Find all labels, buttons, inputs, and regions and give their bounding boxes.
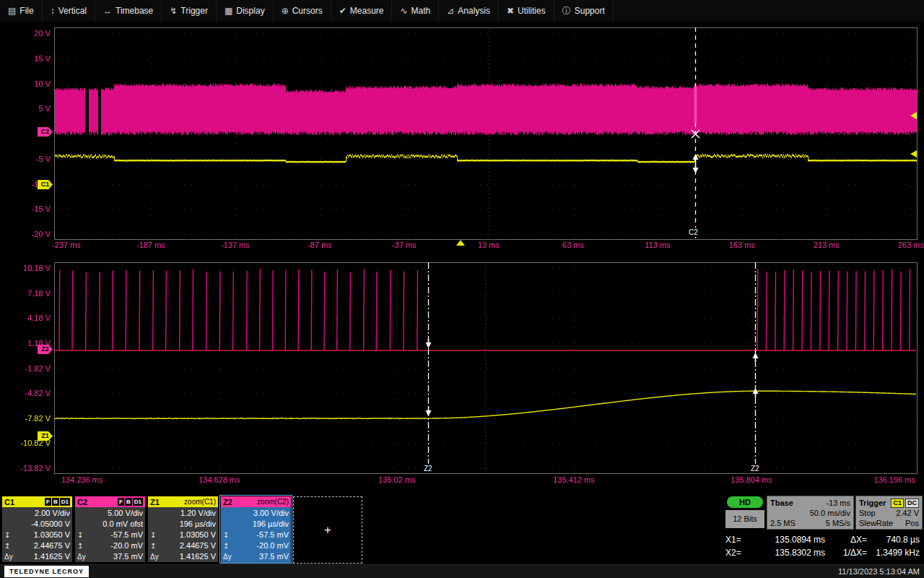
- menu-label: Utilities: [518, 6, 546, 16]
- menu-label: Support: [575, 6, 605, 16]
- trigger-source-badge: C1: [891, 499, 904, 508]
- menu-measure[interactable]: ✔Measure: [331, 0, 393, 22]
- row-value: 5.00 V/div: [108, 508, 143, 519]
- row-value: -4.05000 V: [31, 519, 70, 530]
- timebase-offset: -13 ms: [826, 498, 850, 508]
- trace-subtitle: zoom(C1): [184, 498, 216, 506]
- delta-y-label: Δy: [77, 551, 86, 562]
- menu-vertical[interactable]: ↕Vertical: [43, 0, 95, 22]
- trigger-coupling-badge: DC: [905, 499, 919, 508]
- waveform-canvas[interactable]: [0, 22, 924, 489]
- descriptor-row: Δy1.41625 V: [150, 551, 216, 562]
- math-icon: ∿: [400, 6, 407, 16]
- menu-timebase[interactable]: ↔Timebase: [95, 0, 162, 22]
- cursor-upper-icon: ↥: [150, 540, 156, 551]
- cursor-label-c2[interactable]: C2: [687, 228, 700, 237]
- timebase-icon: ↔: [103, 6, 112, 16]
- badge-f: F: [118, 498, 124, 506]
- descriptor-row: ↥2.44675 V: [150, 540, 216, 551]
- delta-y-label: Δy: [150, 551, 159, 562]
- descriptor-c2[interactable]: C2FBD15.00 V/div0.0 mV ofst↧-57.5 mV↥-20…: [74, 496, 146, 563]
- cursor-lower-icon: ↧: [4, 530, 10, 540]
- descriptor-row: -4.05000 V: [4, 519, 70, 530]
- x1-value: 135.0894 ms: [750, 533, 825, 546]
- analysis-icon: ⊿: [447, 6, 454, 16]
- timebase-samples: 2.5 MS: [770, 518, 796, 528]
- row-value: 37.5 mV: [259, 551, 289, 562]
- row-value: 1.03050 V: [34, 530, 70, 540]
- hd-mode-badge[interactable]: HD: [727, 496, 763, 508]
- menu-label: Math: [411, 6, 431, 16]
- row-value: 1.41625 V: [34, 551, 70, 562]
- menu-display[interactable]: ▦Display: [217, 0, 274, 22]
- row-value: 3.00 V/div: [253, 508, 289, 519]
- trigger-panel[interactable]: Trigger C1 DC Stop 2.42 V SlewRate Pos: [855, 496, 923, 530]
- menu-support[interactable]: ⓘSupport: [554, 0, 614, 22]
- descriptor-row: Δy37.5 mV: [77, 551, 143, 562]
- descriptor-row: ↥-20.0 mV: [77, 540, 143, 551]
- timebase-panel[interactable]: Tbase -13 ms 50.0 ms/div 2.5 MS 5 MS/s: [767, 496, 854, 530]
- menu-utilities[interactable]: ✖Utilities: [499, 0, 554, 22]
- descriptor-row: 196 µs/div: [223, 519, 289, 530]
- trace-title: C2: [77, 498, 87, 506]
- menu-label: Timebase: [116, 6, 153, 16]
- menu-label: Trigger: [180, 6, 208, 16]
- row-value: 0.0 mV ofst: [103, 519, 143, 530]
- bit-depth-indicator[interactable]: 12 Bits: [725, 510, 764, 528]
- descriptor-row: ↧1.03050 V: [150, 530, 216, 540]
- display-icon: ▦: [225, 6, 232, 16]
- descriptor-z1[interactable]: Z1zoom(C1)1.20 V/div196 µs/div↧1.03050 V…: [147, 496, 219, 563]
- header-badges: FBD1: [45, 498, 70, 506]
- utilities-icon: ✖: [507, 6, 514, 16]
- menu-file[interactable]: ▤File: [0, 0, 43, 22]
- delta-y-label: Δy: [223, 551, 232, 562]
- timebase-rate: 5 MS/s: [826, 518, 850, 528]
- cursor-label-z2-x1[interactable]: Z2: [422, 464, 435, 473]
- badge-d1: D1: [60, 498, 70, 506]
- badge-d1: D1: [133, 498, 143, 506]
- support-icon: ⓘ: [562, 5, 571, 17]
- menu-cursors[interactable]: ⊕Cursors: [274, 0, 331, 22]
- cursor-upper-icon: ↥: [223, 540, 229, 551]
- measure-icon: ✔: [339, 6, 346, 16]
- trigger-icon: ↯: [170, 6, 177, 16]
- trace-title: C1: [4, 498, 14, 506]
- descriptor-c1[interactable]: C1FBD12.00 V/div-4.05000 V↧1.03050 V↥2.4…: [1, 496, 73, 563]
- menu-analysis[interactable]: ⊿Analysis: [439, 0, 499, 22]
- descriptor-row: ↧1.03050 V: [4, 530, 70, 540]
- menu-bar: ▤File↕Vertical↔Timebase↯Trigger▦Display⊕…: [0, 0, 924, 22]
- row-value: -20.0 mV: [256, 540, 289, 551]
- row-value: -20.0 mV: [110, 540, 143, 551]
- timebase-title: Tbase: [770, 498, 793, 508]
- badge-b: B: [125, 498, 132, 506]
- menu-label: Analysis: [458, 6, 490, 16]
- cursor-label-z2-x2[interactable]: Z2: [749, 464, 762, 473]
- menu-label: Vertical: [58, 6, 87, 16]
- dx-value: 740.8 µs: [867, 533, 920, 546]
- descriptor-row: ↥-20.0 mV: [223, 540, 289, 551]
- inv-dx-label: 1/ΔX=: [829, 546, 867, 559]
- menu-label: Cursors: [292, 6, 323, 16]
- plus-icon: +: [324, 523, 331, 538]
- menu-trigger[interactable]: ↯Trigger: [162, 0, 217, 22]
- descriptor-header: C2FBD1: [75, 496, 145, 507]
- descriptor-body: 2.00 V/div-4.05000 V↧1.03050 V↥2.44675 V…: [2, 507, 72, 563]
- header-badges: FBD1: [118, 498, 143, 506]
- row-value: 2.44675 V: [180, 540, 216, 551]
- x1-label: X1=: [725, 533, 750, 546]
- descriptor-row: ↧-57.5 mV: [77, 530, 143, 540]
- menu-math[interactable]: ∿Math: [392, 0, 439, 22]
- row-value: 1.20 V/div: [180, 508, 216, 519]
- row-value: 1.03050 V: [180, 530, 216, 540]
- descriptor-z2[interactable]: Z2zoom(C2)3.00 V/div196 µs/div↧-57.5 mV↥…: [220, 496, 292, 563]
- trace-title: Z1: [150, 498, 160, 506]
- trigger-mode: Stop: [859, 508, 876, 518]
- cursor-lower-icon: ↧: [223, 530, 229, 540]
- descriptor-header: C1FBD1: [2, 496, 72, 507]
- trigger-level: 2.42 V: [896, 508, 919, 518]
- descriptor-row: 3.00 V/div: [223, 508, 289, 519]
- descriptor-row: 0.0 mV ofst: [77, 519, 143, 530]
- descriptor-row: 1.20 V/div: [150, 508, 216, 519]
- cursor-lower-icon: ↧: [77, 530, 83, 540]
- add-trace-button[interactable]: +: [293, 496, 362, 564]
